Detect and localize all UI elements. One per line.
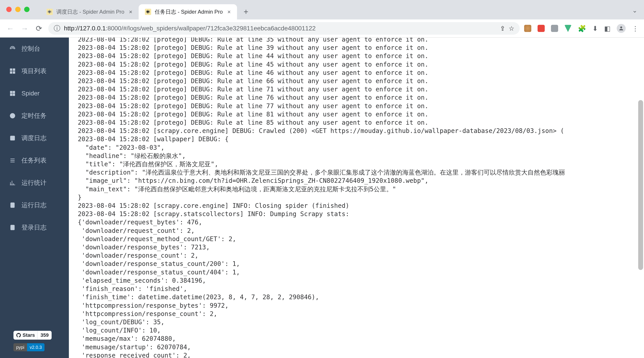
window-expand-icon[interactable]: ⌄ bbox=[632, 7, 637, 14]
sidebar-item-cron[interactable]: 定时任务 bbox=[0, 105, 69, 127]
new-tab-button[interactable]: + bbox=[240, 5, 252, 18]
browser-chrome: 🕷 调度日志 - Spider Admin Pro × 🕷 任务日志 - Spi… bbox=[0, 0, 644, 37]
stats-icon bbox=[9, 179, 16, 186]
window-maximize-button[interactable] bbox=[24, 7, 30, 12]
pypi-version-badge[interactable]: pypi v2.0.3 bbox=[14, 343, 44, 351]
github-label: Stars bbox=[22, 332, 35, 338]
sidebar-item-label: 控制台 bbox=[22, 44, 40, 53]
site-info-icon[interactable]: ⓘ bbox=[54, 24, 60, 33]
sidebar-item-run-log[interactable]: 运行日志 bbox=[0, 194, 69, 216]
profile-avatar[interactable] bbox=[617, 24, 626, 33]
svg-rect-7 bbox=[10, 94, 12, 96]
clock-icon bbox=[9, 112, 16, 119]
schedule-log-icon bbox=[9, 134, 16, 142]
tab-close-icon[interactable]: × bbox=[228, 8, 231, 15]
back-button[interactable]: ← bbox=[5, 23, 15, 33]
extension-vue-icon[interactable] bbox=[564, 25, 572, 32]
sidebar-badges: Stars 359 pypi v2.0.3 bbox=[14, 331, 52, 351]
sidebar-item-dashboard[interactable]: 控制台 bbox=[0, 37, 69, 60]
sidebar-item-label: 运行统计 bbox=[22, 179, 46, 187]
sidebar-item-label: 任务列表 bbox=[22, 156, 46, 165]
sidepanel-icon[interactable]: ◧ bbox=[604, 24, 610, 32]
svg-rect-8 bbox=[13, 94, 15, 96]
app: 控制台 项目列表 Spider 定时任务 调度日志 任务列表 运行统计 运行日 bbox=[0, 37, 644, 358]
list-icon bbox=[9, 157, 16, 164]
pypi-label: pypi bbox=[14, 343, 27, 351]
svg-rect-6 bbox=[13, 91, 15, 93]
scrollbar-track[interactable] bbox=[637, 37, 644, 358]
svg-point-0 bbox=[620, 26, 622, 28]
login-log-icon bbox=[9, 224, 16, 231]
dashboard-icon bbox=[9, 45, 16, 52]
pypi-version: v2.0.3 bbox=[27, 343, 44, 351]
toolbar: ← → ⟳ ⓘ http://127.0.0.1:8000/#/logs/web… bbox=[0, 19, 644, 37]
url-bar[interactable]: ⓘ http://127.0.0.1:8000/#/logs/web_spide… bbox=[48, 22, 520, 35]
github-count: 359 bbox=[38, 331, 52, 340]
sidebar-item-task-list[interactable]: 任务列表 bbox=[0, 149, 69, 172]
sidebar-item-label: 运行日志 bbox=[22, 201, 46, 209]
sidebar-item-label: 调度日志 bbox=[22, 134, 46, 142]
log-output[interactable]: 2023-08-04 15:28:02 [protego] DEBUG: Rul… bbox=[69, 37, 644, 358]
tabs: 🕷 调度日志 - Spider Admin Pro × 🕷 任务日志 - Spi… bbox=[40, 0, 252, 19]
bookmark-icon[interactable]: ☆ bbox=[509, 25, 514, 32]
sidebar-item-spider[interactable]: Spider bbox=[0, 82, 69, 105]
svg-rect-3 bbox=[10, 71, 12, 73]
sidebar-item-login-log[interactable]: 登录日志 bbox=[0, 216, 69, 239]
window-minimize-button[interactable] bbox=[15, 7, 20, 12]
favicon-icon: 🕷 bbox=[145, 9, 151, 15]
svg-rect-1 bbox=[10, 69, 12, 71]
tab-close-icon[interactable]: × bbox=[129, 8, 132, 15]
sidebar-item-label: 定时任务 bbox=[22, 111, 46, 120]
sidebar-item-projects[interactable]: 项目列表 bbox=[0, 60, 69, 82]
svg-rect-2 bbox=[13, 69, 15, 71]
sidebar-item-schedule-log[interactable]: 调度日志 bbox=[0, 127, 69, 149]
svg-rect-5 bbox=[10, 91, 12, 93]
favicon-icon: 🕷 bbox=[46, 9, 53, 15]
grid-icon bbox=[9, 67, 16, 75]
tab-title: 任务日志 - Spider Admin Pro bbox=[155, 8, 224, 15]
share-icon[interactable]: ⇪ bbox=[500, 25, 505, 32]
svg-rect-10 bbox=[10, 136, 15, 140]
scrollbar-thumb[interactable] bbox=[638, 100, 643, 270]
tiles-icon bbox=[9, 90, 16, 97]
extension-camera-icon[interactable] bbox=[551, 25, 558, 32]
forward-button[interactable]: → bbox=[20, 23, 30, 33]
extension-cookie-icon[interactable] bbox=[524, 25, 531, 32]
tab-bar: 🕷 调度日志 - Spider Admin Pro × 🕷 任务日志 - Spi… bbox=[0, 0, 644, 19]
toolbar-actions: 🧩 ⬇ ◧ ⋮ bbox=[524, 24, 639, 33]
content-area: 2023-08-04 15:28:02 [protego] DEBUG: Rul… bbox=[69, 37, 644, 358]
sidebar: 控制台 项目列表 Spider 定时任务 调度日志 任务列表 运行统计 运行日 bbox=[0, 37, 69, 358]
window-close-button[interactable] bbox=[6, 7, 12, 12]
run-log-icon bbox=[9, 202, 16, 209]
svg-rect-4 bbox=[13, 71, 15, 73]
browser-tab-1[interactable]: 🕷 任务日志 - Spider Admin Pro × bbox=[139, 4, 237, 19]
browser-tab-0[interactable]: 🕷 调度日志 - Spider Admin Pro × bbox=[40, 4, 139, 19]
downloads-icon[interactable]: ⬇ bbox=[592, 24, 598, 32]
sidebar-item-label: 项目列表 bbox=[22, 67, 46, 75]
reload-button[interactable]: ⟳ bbox=[34, 23, 44, 33]
sidebar-item-stats[interactable]: 运行统计 bbox=[0, 172, 69, 194]
traffic-lights bbox=[6, 7, 30, 12]
extensions-icon[interactable]: 🧩 bbox=[578, 24, 586, 32]
sidebar-item-label: Spider bbox=[22, 90, 40, 97]
url-text: http://127.0.0.1:8000/#/logs/web_spiders… bbox=[64, 25, 496, 32]
menu-icon[interactable]: ⋮ bbox=[632, 24, 639, 32]
tab-title: 调度日志 - Spider Admin Pro bbox=[56, 8, 126, 15]
sidebar-item-label: 登录日志 bbox=[22, 223, 46, 232]
extension-red-icon[interactable] bbox=[538, 25, 545, 32]
github-stars-badge[interactable]: Stars 359 bbox=[14, 331, 52, 340]
